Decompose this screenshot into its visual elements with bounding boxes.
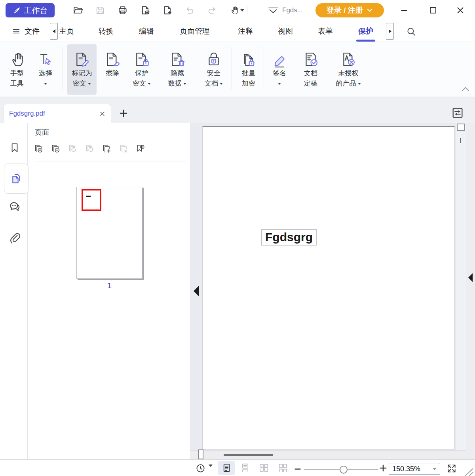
single-page-view-icon [222,463,232,473]
ribbon-separator [295,47,295,90]
swap-panels-button[interactable] [451,107,464,119]
tool-secure-document[interactable]: 安全 文档 [201,44,226,95]
chevron-down-icon [367,8,373,13]
document-tab[interactable]: Fgdsgrg.pdf [3,104,111,123]
dropdown-caret-icon [183,83,186,85]
tool-doc-finalize[interactable]: 文档 定稿 [298,44,323,95]
navigation-rail [0,123,28,459]
tab-form[interactable]: 表单 [318,21,333,42]
ribbon-tabs-scroll-right-button[interactable] [386,23,394,40]
zoom-slider-handle[interactable] [340,466,348,474]
snapshot-button[interactable] [140,5,150,15]
tab-home[interactable]: 主页 [59,21,74,42]
zoom-value-input[interactable]: 150.35% [389,463,440,475]
tab-convert[interactable]: 转换 [99,21,114,42]
clock-view-button[interactable] [196,463,205,473]
panel-divider [35,162,187,162]
rail-pages-button[interactable] [4,164,28,194]
swap-panels-icon [451,107,464,119]
maximize-button[interactable] [428,5,438,15]
redacted-text-block[interactable]: Fgdsgrg [261,229,317,246]
undo-button[interactable] [184,5,194,15]
new-page-button[interactable] [162,5,173,15]
menu-bar: 文件 主页 转换 编辑 页面管理 注释 视图 表单 保护 [0,21,475,42]
horizontal-scrollbar-thumb[interactable] [224,454,273,456]
workbench-button[interactable]: 工作台 [6,3,55,17]
facing-continuous-view-button[interactable] [278,463,288,473]
tool-sign[interactable]: 签名 [267,44,292,95]
vertical-scrollbar[interactable] [456,123,466,450]
thumbnail-page-number: 1 [76,281,142,290]
ribbon-tabs-scroll-left-button[interactable] [50,23,58,40]
page-plus-icon [162,5,173,15]
search-button[interactable] [406,27,416,37]
thumb-zoom-in-button[interactable] [33,143,44,154]
tool-select[interactable]: 选择 [33,44,58,95]
zoom-in-button[interactable] [379,464,387,472]
tab-protect[interactable]: 保护 [358,21,373,42]
grab-hand-icon [229,5,239,15]
insert-page-icon [102,144,112,154]
close-button[interactable] [455,5,466,15]
bookmark-view-button[interactable] [135,143,146,154]
collapse-ribbon-button[interactable] [461,86,470,93]
thumb-zoom-out-button[interactable] [50,143,61,154]
thumbnail-text-mark [86,196,91,197]
titlebar-doc-title: Fgds... [282,6,303,14]
fullscreen-button[interactable] [446,463,457,474]
tab-edit[interactable]: 编辑 [139,21,154,42]
delete-page-button[interactable] [118,143,129,154]
tool-protect-redact[interactable]: 保护 密文 [129,44,154,95]
close-tab-icon[interactable] [99,111,105,117]
rail-attachments-button[interactable] [8,231,21,246]
mark-redact-icon [73,51,91,68]
page-thumbnail[interactable] [76,187,142,279]
document-tab-label: Fgdsgrg.pdf [9,110,99,118]
rotate-left-icon [68,144,78,154]
clock-view-dropdown[interactable] [209,467,213,474]
tab-view[interactable]: 视图 [278,21,293,42]
thumbnail-viewport-rect[interactable] [82,189,101,211]
horizontal-scrollbar[interactable] [190,450,466,459]
grab-hand-button[interactable] [228,5,245,15]
collapse-panel-arrow[interactable] [194,286,199,296]
expand-panel-arrow[interactable] [468,273,473,282]
login-register-button[interactable]: 登录 / 注册 [315,3,384,17]
minimize-icon [399,6,409,15]
close-icon [456,6,465,15]
save-button[interactable] [95,5,105,15]
file-menu[interactable]: 文件 [12,21,40,42]
insert-page-button[interactable] [101,143,112,154]
protect-redact-icon [133,51,150,68]
tab-comment[interactable]: 注释 [238,21,253,42]
single-page-view-button[interactable] [218,461,235,475]
new-tab-button[interactable] [119,109,128,118]
tool-batch-encrypt[interactable]: 批量 加密 [236,44,261,95]
horizontal-scrollbar-box[interactable] [198,449,203,459]
open-file-button[interactable] [73,5,83,15]
tab-page-management[interactable]: 页面管理 [180,21,210,42]
continuous-view-button[interactable] [240,463,250,473]
tool-unauthorized-products[interactable]: 未授权 的产品 [329,44,368,95]
hand-icon [8,51,26,68]
facing-view-button[interactable] [259,463,269,473]
rotate-right-button[interactable] [84,143,95,154]
tool-hide-data[interactable]: 隐藏 数据 [165,44,190,95]
ribbon-separator [264,47,264,90]
rail-bookmarks-button[interactable] [8,141,21,155]
rail-comments-button[interactable] [8,200,21,214]
tool-mark-redact[interactable]: 标记为 密文 [67,44,97,95]
tool-erase[interactable]: 擦除 [100,44,125,95]
redo-button[interactable] [207,5,218,15]
pdf-page[interactable] [202,126,455,449]
zoom-out-button[interactable] [294,465,301,472]
tool-hand[interactable]: 手型 工具 [4,44,30,95]
ribbon-toolbar: 手型 工具 选择 标记为 密文 [0,42,475,97]
document-tab-bar: Fgdsgrg.pdf [0,97,475,123]
print-button[interactable] [118,5,128,15]
collapse-toolbar-button[interactable] [266,5,280,15]
minimize-button[interactable] [399,5,409,15]
rotate-left-button[interactable] [67,143,78,154]
vertical-scrollbar-thumb[interactable] [457,124,465,131]
resize-grip[interactable] [464,468,474,476]
